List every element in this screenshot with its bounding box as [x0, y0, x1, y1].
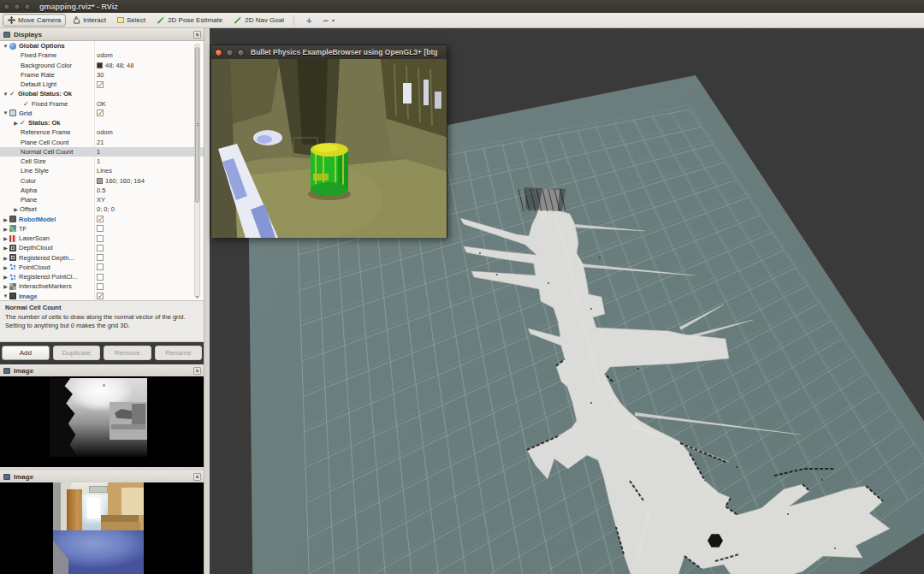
expander-icon[interactable]: [2, 110, 9, 115]
tree-row-interactivemarkers[interactable]: InteractiveMarkers: [0, 281, 204, 291]
pointcloud-icon: [9, 263, 16, 270]
expander-icon[interactable]: [12, 206, 20, 212]
close-icon[interactable]: [215, 49, 222, 56]
expander-icon[interactable]: [2, 274, 9, 280]
display-icon: [3, 474, 10, 480]
expander-icon[interactable]: [2, 283, 9, 289]
tree-row-depthcloud[interactable]: DepthCloud: [0, 243, 204, 252]
maximize-icon[interactable]: [237, 49, 245, 56]
tree-row-color[interactable]: Color 160; 160; 164: [0, 176, 204, 186]
tool-label: Select: [127, 16, 145, 24]
tree-row-default-light[interactable]: Default Light: [0, 80, 204, 89]
tree-row-offset[interactable]: Offset 0; 0; 0: [0, 204, 204, 214]
tree-row-alpha[interactable]: Alpha 0.5: [0, 186, 204, 195]
checkbox-icon[interactable]: [97, 254, 104, 261]
expander-icon[interactable]: [2, 293, 9, 299]
checkbox-checked-icon[interactable]: [97, 216, 104, 222]
minus-icon: −: [323, 16, 328, 25]
tree-row-robotmodel[interactable]: RobotModel: [0, 215, 204, 224]
tree-row-background-color[interactable]: Background Color 48; 48; 48: [0, 61, 204, 70]
color-swatch: [97, 62, 103, 68]
checkbox-checked-icon[interactable]: [97, 81, 104, 88]
robot-icon: [9, 216, 16, 222]
toolbar: Move Camera Interact Select 2D Pose Esti…: [0, 13, 924, 28]
checkbox-icon[interactable]: [97, 225, 104, 232]
tree-row-registered-depthcloud[interactable]: Registered Depth...: [0, 253, 204, 263]
tool-select[interactable]: Select: [113, 15, 150, 26]
image-panel-1-header[interactable]: Image ×: [0, 364, 204, 377]
scrollbar-down-arrow[interactable]: ▼: [195, 294, 199, 299]
tree-row-global-status[interactable]: Global Status: Ok: [0, 89, 204, 98]
tree-scrollbar[interactable]: [194, 44, 200, 298]
tree-row-registered-pointcloud[interactable]: Registered PointCl...: [0, 272, 204, 281]
maximize-icon[interactable]: [24, 3, 31, 10]
displays-tree[interactable]: Global Options Fixed Frame odom Backgrou…: [0, 41, 204, 301]
tree-row-plane[interactable]: Plane XY: [0, 195, 204, 204]
expander-icon[interactable]: [2, 245, 9, 251]
interactive-marker-icon: [9, 283, 16, 290]
expander-icon[interactable]: [2, 44, 9, 49]
depth-couch-shape: [110, 402, 147, 440]
tree-row-global-options[interactable]: Global Options: [0, 41, 204, 50]
vertical-splitter[interactable]: [204, 28, 210, 574]
tree-row-fixed-frame-status[interactable]: Fixed Frame OK: [0, 99, 204, 109]
status-ok-check-icon: [20, 119, 28, 127]
tree-row-normal-cell-count[interactable]: Normal Cell Count 1: [0, 147, 204, 157]
tree-row-cell-size[interactable]: Cell Size 1: [0, 157, 204, 166]
expander-icon[interactable]: [2, 92, 9, 97]
tree-row-plane-cell-count[interactable]: Plane Cell Count 21: [0, 138, 204, 147]
tool-label: 2D Nav Goal: [245, 16, 284, 24]
checkbox-icon[interactable]: [97, 235, 104, 242]
close-panel-icon[interactable]: ×: [193, 473, 201, 481]
green-arrow-icon: [157, 16, 165, 24]
scrollbar-handle[interactable]: [195, 47, 199, 203]
minimize-icon[interactable]: [14, 3, 21, 10]
expander-icon[interactable]: [2, 226, 9, 232]
tree-row-reference-frame[interactable]: Reference Frame odom: [0, 127, 204, 137]
remove-button[interactable]: Remove: [104, 346, 151, 360]
tree-row-grid-status[interactable]: Status: Ok: [0, 118, 204, 127]
move-icon: [8, 16, 15, 24]
tree-row-pointcloud[interactable]: PointCloud: [0, 263, 204, 272]
duplicate-button[interactable]: Duplicate: [53, 346, 101, 360]
add-button[interactable]: Add: [2, 346, 50, 360]
expander-icon[interactable]: [2, 255, 9, 261]
rename-button[interactable]: Rename: [155, 346, 203, 360]
remove-tool-button[interactable]: −▾: [318, 15, 338, 27]
bullet-window-titlebar[interactable]: Bullet Physics ExampleBrowser using Open…: [211, 45, 447, 59]
tool-interact[interactable]: Interact: [68, 15, 110, 26]
tree-row-frame-rate[interactable]: Frame Rate 30: [0, 70, 204, 80]
checkbox-icon[interactable]: [97, 263, 104, 270]
tool-2d-nav-goal[interactable]: 2D Nav Goal: [229, 15, 288, 26]
bullet-render-view[interactable]: [211, 59, 447, 238]
add-tool-button[interactable]: +: [302, 15, 316, 27]
window-titlebar[interactable]: gmapping.rviz* - RViz: [0, 0, 924, 13]
tree-row-laserscan[interactable]: LaserScan: [0, 234, 204, 243]
expander-icon[interactable]: [2, 235, 9, 241]
checkbox-checked-icon[interactable]: [97, 109, 104, 116]
image-panel-title: Image: [14, 367, 33, 375]
expander-icon[interactable]: [12, 120, 20, 126]
expander-icon[interactable]: [2, 216, 9, 222]
checkbox-checked-icon[interactable]: [97, 293, 104, 299]
checkbox-icon[interactable]: [97, 245, 104, 251]
tool-2d-pose-estimate[interactable]: 2D Pose Estimate: [152, 15, 227, 26]
image-panel-2-header[interactable]: Image ×: [0, 470, 204, 483]
checkbox-icon[interactable]: [97, 274, 104, 281]
rgb-image-view: [0, 482, 204, 574]
tree-row-image[interactable]: Image: [0, 292, 204, 301]
bullet-physics-window[interactable]: Bullet Physics ExampleBrowser using Open…: [210, 44, 447, 238]
close-icon[interactable]: [3, 3, 10, 10]
minimize-icon[interactable]: [226, 49, 234, 56]
checkbox-icon[interactable]: [97, 283, 104, 290]
close-panel-icon[interactable]: ×: [193, 367, 201, 375]
expander-icon[interactable]: [2, 264, 9, 270]
tree-row-line-style[interactable]: Line Style Lines: [0, 166, 204, 175]
displays-panel-header[interactable]: Displays ×: [0, 28, 204, 41]
close-panel-icon[interactable]: ×: [193, 31, 201, 38]
tool-move-camera[interactable]: Move Camera: [3, 14, 66, 27]
status-ok-check-icon: [23, 100, 32, 108]
tree-row-grid[interactable]: Grid: [0, 109, 204, 118]
tree-row-tf[interactable]: TF: [0, 224, 204, 234]
tree-row-fixed-frame[interactable]: Fixed Frame odom: [0, 50, 204, 60]
